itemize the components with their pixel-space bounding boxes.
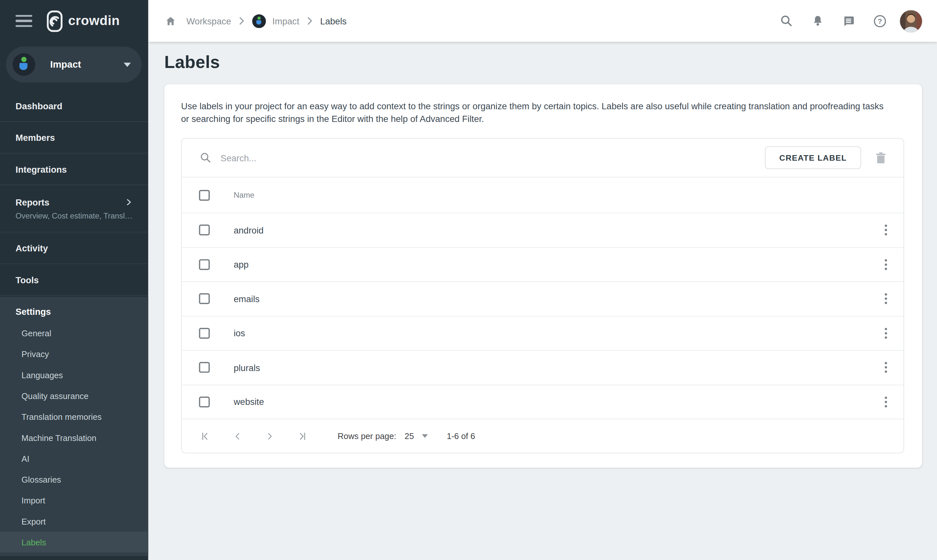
- main-content: Labels Use labels in your project for an…: [148, 42, 937, 560]
- sidebar-item-machine-translation[interactable]: Machine Translation: [0, 427, 148, 448]
- row-menu-kebab-icon[interactable]: [877, 394, 894, 410]
- page-description: Use labels in your project for an easy w…: [181, 100, 892, 125]
- sidebar-item-settings[interactable]: Settings: [0, 297, 148, 323]
- table-row: plurals: [182, 350, 903, 385]
- sidebar-item-label: Tools: [15, 274, 39, 285]
- sidebar-item-label: Dashboard: [15, 100, 62, 111]
- chevron-right-icon: [125, 198, 133, 206]
- sidebar-item-members[interactable]: Members: [0, 122, 148, 154]
- app-window: crowdin Impact Dashboard Members Integra…: [0, 0, 937, 560]
- breadcrumb-workspace[interactable]: Workspace: [186, 16, 231, 26]
- project-switcher[interactable]: Impact: [6, 46, 142, 82]
- pagination: Rows per page: 25 1-6 of 6: [182, 419, 903, 453]
- select-all-checkbox[interactable]: [199, 189, 210, 200]
- help-icon[interactable]: ?: [872, 14, 887, 28]
- page-title: Labels: [164, 53, 922, 72]
- table-header-row: Name: [182, 177, 903, 213]
- search-field: [199, 152, 765, 164]
- row-menu-kebab-icon[interactable]: [877, 291, 894, 307]
- sidebar-item-subtitle: Overview, Cost estimate, Transl…: [15, 211, 133, 220]
- sidebar-item-translation-memories[interactable]: Translation memories: [0, 406, 148, 427]
- rows-per-page-value: 25: [405, 431, 414, 441]
- label-name: ios: [234, 328, 877, 338]
- delete-trash-icon[interactable]: [875, 152, 886, 164]
- row-checkbox[interactable]: [199, 397, 210, 407]
- rows-per-page-label: Rows per page:: [338, 431, 396, 441]
- row-checkbox[interactable]: [199, 259, 210, 270]
- row-menu-kebab-icon[interactable]: [877, 256, 894, 273]
- table-row: app: [182, 247, 903, 281]
- sidebar-item-ai[interactable]: AI: [0, 448, 148, 469]
- sidebar-item-general[interactable]: General: [0, 323, 148, 343]
- svg-text:?: ?: [877, 17, 882, 25]
- labels-card: Use labels in your project for an easy w…: [164, 84, 922, 468]
- labels-toolbar: CREATE LABEL: [182, 138, 903, 177]
- previous-page-button[interactable]: [231, 430, 243, 442]
- row-checkbox[interactable]: [199, 362, 210, 373]
- sidebar-item-reports[interactable]: Reports Overview, Cost estimate, Transl…: [0, 185, 148, 232]
- sidebar-settings-section: Settings General Privacy Languages Quali…: [0, 297, 148, 556]
- sidebar-top: crowdin: [0, 0, 148, 42]
- sidebar-item-label: Activity: [15, 243, 48, 253]
- sidebar-item-activity[interactable]: Activity: [0, 232, 148, 264]
- row-checkbox[interactable]: [199, 293, 210, 304]
- messages-icon[interactable]: [841, 14, 856, 28]
- table-row: website: [182, 385, 903, 419]
- chevron-right-icon: [307, 17, 313, 25]
- breadcrumb-current: Labels: [320, 16, 347, 26]
- row-menu-kebab-icon[interactable]: [877, 325, 894, 342]
- row-checkbox[interactable]: [199, 328, 210, 338]
- sidebar-item-glossaries[interactable]: Glossaries: [0, 469, 148, 490]
- label-name: app: [234, 260, 877, 269]
- create-label-button[interactable]: CREATE LABEL: [765, 146, 861, 169]
- pagination-range: 1-6 of 6: [447, 431, 475, 441]
- label-name: android: [234, 225, 877, 235]
- sidebar-item-export[interactable]: Export: [0, 511, 148, 531]
- rows-per-page-select[interactable]: 25: [405, 431, 428, 441]
- chevron-down-icon: [422, 434, 427, 438]
- row-checkbox[interactable]: [199, 225, 210, 235]
- next-page-button[interactable]: [264, 430, 276, 442]
- sidebar-item-label: Integrations: [15, 164, 67, 174]
- user-avatar[interactable]: [900, 10, 922, 32]
- hamburger-menu-icon[interactable]: [15, 15, 32, 27]
- sidebar-item-integrations[interactable]: Integrations: [0, 154, 148, 185]
- table-row: android: [182, 213, 903, 247]
- table-row: ios: [182, 316, 903, 350]
- column-header-name: Name: [234, 191, 254, 200]
- search-icon[interactable]: [779, 14, 794, 28]
- top-header: Workspace Impact Labels: [148, 0, 937, 42]
- sidebar-item-tools[interactable]: Tools: [0, 264, 148, 295]
- home-icon[interactable]: [165, 15, 176, 27]
- crowdin-brand[interactable]: crowdin: [46, 10, 120, 32]
- project-name: Impact: [50, 59, 123, 70]
- sidebar-item-privacy[interactable]: Privacy: [0, 343, 148, 364]
- sidebar-item-languages[interactable]: Languages: [0, 364, 148, 385]
- labels-table-container: CREATE LABEL Name android: [181, 138, 904, 453]
- row-menu-kebab-icon[interactable]: [877, 222, 894, 238]
- sidebar-item-label: Members: [15, 132, 55, 142]
- table-row: emails: [182, 281, 903, 316]
- label-name: emails: [234, 294, 877, 304]
- sidebar-item-label: Reports: [15, 197, 49, 207]
- sidebar-item-dashboard[interactable]: Dashboard: [0, 90, 148, 122]
- project-logo-icon[interactable]: [252, 14, 266, 28]
- sidebar: crowdin Impact Dashboard Members Integra…: [0, 0, 148, 560]
- first-page-button[interactable]: [199, 430, 211, 442]
- project-logo-icon: [13, 53, 35, 76]
- sidebar-item-quality-assurance[interactable]: Quality assurance: [0, 385, 148, 406]
- label-name: website: [234, 397, 877, 407]
- breadcrumb-project[interactable]: Impact: [272, 16, 299, 26]
- search-icon: [199, 152, 211, 164]
- breadcrumb: Workspace Impact Labels: [165, 14, 763, 28]
- last-page-button[interactable]: [296, 430, 308, 442]
- notifications-bell-icon[interactable]: [811, 14, 825, 28]
- crowdin-logo-icon: [46, 10, 63, 32]
- chevron-down-icon: [123, 62, 131, 67]
- header-actions: ?: [763, 10, 922, 32]
- sidebar-item-labels[interactable]: Labels: [0, 532, 148, 552]
- row-menu-kebab-icon[interactable]: [877, 359, 894, 375]
- label-name: plurals: [234, 362, 877, 372]
- sidebar-item-import[interactable]: Import: [0, 490, 148, 511]
- search-input[interactable]: [220, 152, 519, 163]
